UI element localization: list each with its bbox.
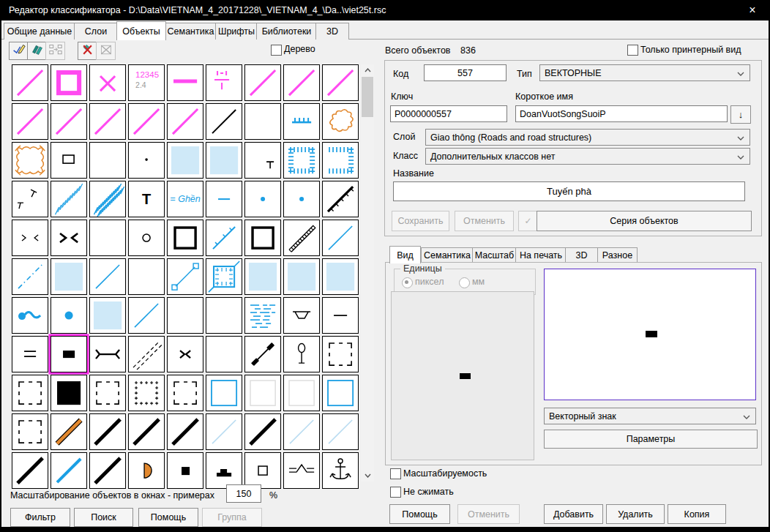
symbol-cell-c-diag-dashdot[interactable] bbox=[12, 258, 48, 295]
symbol-cell-c-diag[interactable] bbox=[322, 220, 359, 256]
symbol-cell-m-square-thick[interactable] bbox=[51, 64, 87, 101]
symbol-cell-k-hline-short[interactable] bbox=[322, 297, 359, 334]
scrollbar-thumb[interactable] bbox=[362, 77, 373, 117]
delete-button[interactable]: Удалить bbox=[606, 504, 665, 524]
symbol-cell-m-diag[interactable] bbox=[12, 103, 48, 140]
symbol-cell-o-cloud[interactable] bbox=[322, 103, 359, 140]
symbol-cell-k-diag-thick[interactable] bbox=[12, 452, 48, 489]
tab-libraries[interactable]: Библиотеки bbox=[256, 23, 317, 40]
symbol-cell-k-bone[interactable] bbox=[89, 336, 126, 372]
symbol-cell-c-marsh[interactable] bbox=[244, 297, 281, 334]
series-check-button[interactable]: ✓ bbox=[518, 211, 538, 231]
symbol-cell-m-diag[interactable] bbox=[89, 103, 126, 140]
symbol-cell-empty[interactable] bbox=[244, 103, 281, 140]
view-tab-3d[interactable]: 3D bbox=[565, 247, 598, 263]
unit-mm-radio[interactable] bbox=[459, 277, 470, 288]
name-input[interactable] bbox=[393, 181, 745, 201]
close-icon[interactable]: × bbox=[736, 0, 769, 20]
symbol-cell-k-dashed-square[interactable] bbox=[89, 375, 126, 411]
parameters-button[interactable]: Параметры bbox=[544, 430, 758, 449]
series-button[interactable]: Серия объектов bbox=[537, 211, 752, 231]
symbol-cell-k-diag-ladder[interactable] bbox=[283, 220, 320, 256]
symbol-cell-k-square-small-fill[interactable] bbox=[167, 452, 203, 489]
symbol-cell-b-fill[interactable] bbox=[244, 258, 281, 295]
symbol-cell-p-diag[interactable] bbox=[322, 413, 359, 450]
symbol-cell-m-roadpost[interactable] bbox=[206, 64, 242, 101]
symbol-cell-k-diag-thick[interactable] bbox=[89, 452, 126, 489]
type-dropdown[interactable]: ВЕКТОРНЫЕ bbox=[539, 64, 750, 81]
unit-pixel-radio[interactable] bbox=[402, 277, 413, 288]
symbol-cell-b-fill[interactable] bbox=[51, 258, 87, 295]
view-tab-misc[interactable]: Разное bbox=[597, 247, 638, 263]
short-name-input[interactable] bbox=[515, 105, 728, 122]
group-button[interactable]: Группа bbox=[202, 508, 262, 527]
symbol-cell-m-diag[interactable] bbox=[167, 103, 203, 140]
apply-objects-button[interactable] bbox=[27, 42, 47, 60]
symbol-cell-empty[interactable] bbox=[128, 258, 165, 295]
grid-scrollbar[interactable] bbox=[361, 64, 374, 482]
symbol-cell-c-square-outline[interactable] bbox=[322, 375, 359, 411]
symbol-cell-p-diag[interactable] bbox=[283, 413, 320, 450]
symbol-cell-k-chevrons-thin[interactable] bbox=[12, 220, 48, 256]
symbol-cell-c-tick-square-open[interactable] bbox=[322, 142, 359, 179]
symbol-cell-c-dot-large[interactable] bbox=[51, 297, 87, 334]
symbol-cell-k-plus-square[interactable] bbox=[128, 375, 165, 411]
layer-dropdown[interactable]: Giao thông (Roads and road structures) bbox=[425, 129, 750, 146]
scroll-down-icon[interactable] bbox=[361, 470, 374, 482]
symbol-cell-c-pier[interactable] bbox=[206, 258, 242, 295]
symbol-cell-m-diag[interactable] bbox=[128, 103, 165, 140]
symbol-cell-o-semicircle[interactable] bbox=[128, 452, 165, 489]
tab-objects[interactable]: Объекты bbox=[116, 21, 166, 40]
symbol-cell-empty[interactable] bbox=[89, 142, 126, 179]
symbol-cell-o-cloud-border[interactable] bbox=[12, 142, 48, 179]
symbol-cell-k-tee-small[interactable] bbox=[244, 142, 281, 179]
symbol-cell-m-text[interactable]: 123452.4 bbox=[128, 64, 165, 101]
symbol-cell-c-diag-ticked[interactable] bbox=[206, 220, 242, 256]
delete-object-button[interactable] bbox=[78, 42, 97, 60]
symbol-cell-c-spring[interactable] bbox=[12, 297, 48, 334]
symbol-cell-k-chevrons-small[interactable] bbox=[167, 336, 203, 372]
symbol-cell-m-diag[interactable] bbox=[51, 103, 87, 140]
search-button[interactable]: Поиск bbox=[74, 508, 133, 527]
printer-only-checkbox[interactable] bbox=[627, 45, 638, 56]
symbol-cell-c-hatch-thin[interactable] bbox=[51, 181, 87, 217]
symbol-cell-k-circle-small[interactable] bbox=[128, 220, 165, 256]
cancel-button-right[interactable]: Отменить bbox=[457, 504, 520, 524]
symbol-cell-k-bridge[interactable] bbox=[283, 452, 320, 489]
symbol-cell-empty[interactable] bbox=[167, 297, 203, 334]
symbol-cell-c-square-outline[interactable] bbox=[206, 375, 242, 411]
symbol-cell-c-diag-thick[interactable] bbox=[51, 452, 87, 489]
help-button-left[interactable]: Помощь bbox=[138, 508, 198, 527]
symbol-cell-b-fill[interactable] bbox=[283, 258, 320, 295]
symbol-cell-c-diag-endsquares[interactable] bbox=[167, 258, 203, 295]
help-button-right[interactable]: Помощь bbox=[389, 504, 450, 524]
symbol-cell-c-tick-square[interactable] bbox=[283, 142, 320, 179]
tab-semantics[interactable]: Семантика bbox=[165, 23, 217, 40]
tree-checkbox[interactable] bbox=[271, 45, 282, 56]
scale-input[interactable] bbox=[226, 484, 261, 503]
symbol-cell-k-dashed-square[interactable] bbox=[12, 375, 48, 411]
symbol-cell-g-square-outline[interactable] bbox=[283, 375, 320, 411]
symbol-cell-k-diag-thick[interactable] bbox=[89, 413, 126, 450]
symbol-cell-k-rect-fill[interactable] bbox=[51, 336, 87, 372]
symbol-cell-k-square-fill[interactable] bbox=[51, 375, 87, 411]
no-compress-checkbox[interactable] bbox=[390, 487, 401, 498]
tab-3d[interactable]: 3D bbox=[315, 23, 349, 40]
symbol-cell-k-diag-dumbbell[interactable] bbox=[244, 336, 281, 372]
symbol-cell-c-diag[interactable] bbox=[128, 297, 165, 334]
tab-general[interactable]: Общие данные bbox=[4, 23, 75, 40]
symbol-cell-k-T[interactable]: T bbox=[128, 181, 165, 217]
save-button[interactable]: Сохранить bbox=[392, 211, 449, 231]
symbol-cell-k-equals[interactable] bbox=[12, 336, 48, 372]
symbol-cell-m-diag[interactable] bbox=[244, 64, 281, 101]
symbol-cell-k-dashed-square[interactable] bbox=[167, 375, 203, 411]
symbol-cell-c-dot[interactable] bbox=[244, 181, 281, 217]
move-objects-button[interactable] bbox=[45, 42, 65, 60]
symbol-cell-b-fill[interactable] bbox=[89, 297, 126, 334]
scalable-checkbox[interactable] bbox=[390, 468, 401, 479]
tab-layers[interactable]: Слои bbox=[74, 23, 118, 40]
symbol-cell-k-dashed-square[interactable] bbox=[322, 336, 359, 372]
symbol-cell-b-fill[interactable] bbox=[167, 142, 203, 179]
symbol-cell-k-square-small-outline[interactable] bbox=[244, 452, 281, 489]
symbol-cell-c-hatch-dense[interactable] bbox=[89, 181, 126, 217]
